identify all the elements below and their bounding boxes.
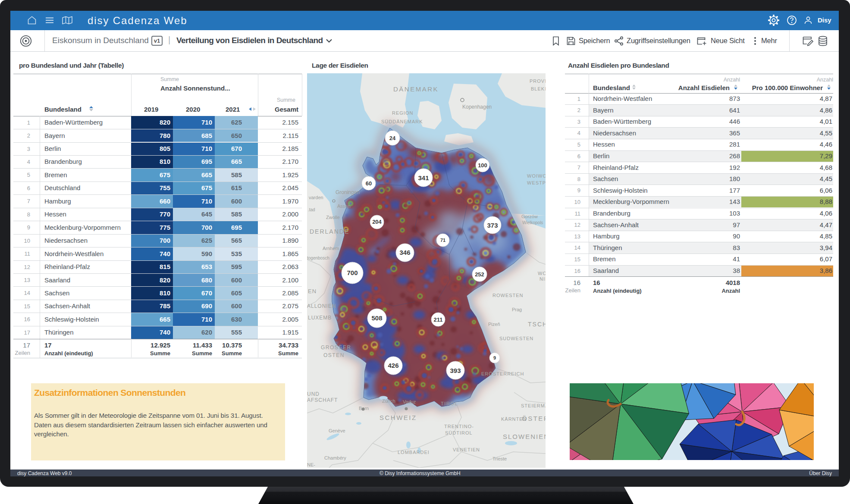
svg-text:AFSCHAFT: AFSCHAFT <box>307 397 338 403</box>
svg-text:KÄRNTEN: KÄRNTEN <box>501 416 527 422</box>
svg-text:BLEKING: BLEKING <box>531 86 546 91</box>
svg-text:WOIWODS: WOIWODS <box>527 173 546 178</box>
svg-text:SUDWESTEN: SUDWESTEN <box>499 336 533 341</box>
svg-text:204: 204 <box>372 219 382 225</box>
svg-text:NE-: NE- <box>307 462 315 467</box>
svg-text:.tad: .tad <box>308 207 315 212</box>
svg-text:SÜDDÄNEMARK: SÜDDÄNEMARK <box>381 119 423 124</box>
svg-text:TSCHEC: TSCHEC <box>528 321 546 328</box>
svg-text:71: 71 <box>440 238 445 243</box>
svg-text:UND: UND <box>307 391 320 397</box>
svg-text:NIE: NIE <box>539 276 546 282</box>
svg-text:341: 341 <box>418 174 429 182</box>
svg-text:Genève: Genève <box>329 428 345 433</box>
svg-text:togenbosch: togenbosch <box>307 256 329 260</box>
svg-text:DERLANDE: DERLANDE <box>310 228 349 235</box>
svg-text:GROSSER: GROSSER <box>321 344 351 351</box>
svg-text:Gorzów: Gorzów <box>521 214 538 219</box>
svg-text:Prag: Prag <box>512 307 522 312</box>
svg-text:PROVIN: PROVIN <box>530 78 546 84</box>
svg-text:ERÖSTERREICH: ERÖSTERREICH <box>481 371 524 376</box>
svg-text:SCHWEIZ: SCHWEIZ <box>380 414 417 421</box>
svg-text:TRENTINO-: TRENTINO- <box>444 424 474 429</box>
svg-text:SLOWENIEN: SLOWENIEN <box>503 433 546 440</box>
svg-text:Assen: Assen <box>337 203 351 209</box>
svg-text:508: 508 <box>371 314 382 322</box>
svg-text:Pizeň: Pizeň <box>488 322 500 327</box>
svg-text:373: 373 <box>487 222 498 229</box>
svg-text:100: 100 <box>478 162 487 169</box>
svg-text:ROWESTEN: ROWESTEN <box>492 293 524 298</box>
svg-text:Zwolle: Zwolle <box>326 215 340 220</box>
svg-text:WESTPOM: WESTPOM <box>527 180 546 185</box>
svg-text:LOMBARDEI: LOMBARDEI <box>398 450 430 455</box>
svg-text:VENETIEN: VENETIEN <box>453 447 480 452</box>
svg-text:EN: EN <box>308 288 317 294</box>
svg-text:9: 9 <box>493 355 496 360</box>
svg-text:OSTEN: OSTEN <box>323 352 345 358</box>
svg-text:TIROL: TIROL <box>441 401 458 406</box>
svg-text:252: 252 <box>475 271 484 278</box>
svg-text:Vaduz: Vaduz <box>403 399 416 404</box>
svg-text:SÜDTIROL: SÜDTIROL <box>445 430 473 435</box>
svg-text:varden: varden <box>309 195 323 200</box>
svg-text:426: 426 <box>388 362 398 369</box>
svg-text:Kopenhagen: Kopenhagen <box>462 104 492 110</box>
svg-text:Trieste: Trieste <box>492 456 507 461</box>
svg-text:DÄNEMARK: DÄNEMARK <box>393 85 439 93</box>
svg-text:Wielkopols: Wielkopols <box>522 220 543 225</box>
svg-text:REGION: REGION <box>392 110 413 116</box>
svg-text:60: 60 <box>366 180 372 187</box>
svg-text:Arnhem: Arnhem <box>323 246 339 251</box>
svg-text:700: 700 <box>347 269 358 276</box>
svg-text:393: 393 <box>450 367 461 374</box>
svg-text:24: 24 <box>389 135 396 141</box>
svg-text:211: 211 <box>434 316 443 323</box>
svg-text:STEIERMARK: STEIERMARK <box>521 403 546 408</box>
svg-text:ALLONIEN: ALLONIEN <box>307 303 336 309</box>
svg-text:LUXEMB: LUXEMB <box>308 315 332 321</box>
svg-text:Zürich: Zürich <box>382 398 395 404</box>
svg-text:WO: WO <box>538 271 546 276</box>
svg-text:Groningen: Groningen <box>336 189 360 195</box>
svg-text:346: 346 <box>399 249 410 256</box>
svg-text:Chambéry: Chambéry <box>324 455 346 460</box>
